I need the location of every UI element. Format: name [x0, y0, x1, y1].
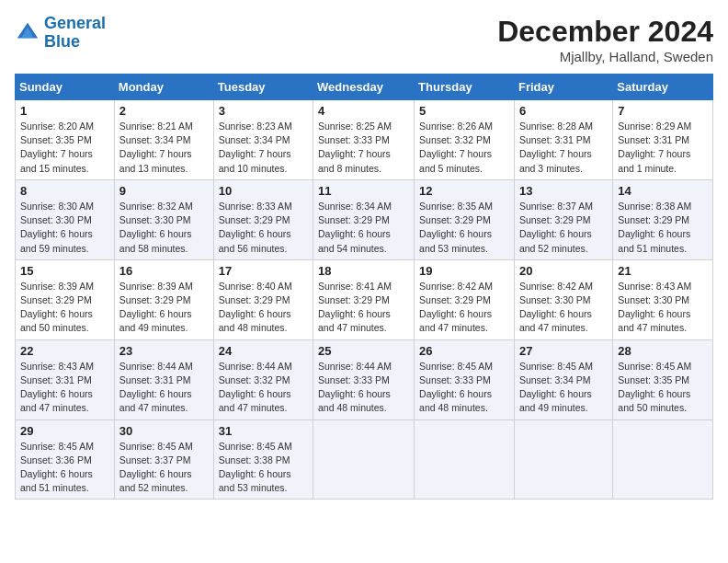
sunrise-label: Sunrise: 8:35 AM — [419, 201, 493, 212]
daylight-label: Daylight: 6 hours and 53 minutes. — [219, 468, 291, 493]
sunset-label: Sunset: 3:29 PM — [419, 294, 491, 305]
day-number: 10 — [219, 184, 308, 198]
day-number: 2 — [119, 104, 209, 118]
sunset-label: Sunset: 3:30 PM — [20, 214, 92, 225]
day-info: Sunrise: 8:37 AM Sunset: 3:29 PM Dayligh… — [519, 200, 608, 256]
calendar-week-row: 29 Sunrise: 8:45 AM Sunset: 3:36 PM Dayl… — [16, 419, 713, 500]
daylight-label: Daylight: 6 hours and 51 minutes. — [618, 228, 690, 253]
calendar-cell: 12 Sunrise: 8:35 AM Sunset: 3:29 PM Dayl… — [415, 179, 515, 259]
day-info: Sunrise: 8:21 AM Sunset: 3:34 PM Dayligh… — [119, 120, 209, 176]
calendar-cell: 6 Sunrise: 8:28 AM Sunset: 3:31 PM Dayli… — [514, 100, 612, 180]
calendar-cell: 9 Sunrise: 8:32 AM Sunset: 3:30 PM Dayli… — [114, 179, 213, 259]
daylight-label: Daylight: 6 hours and 48 minutes. — [318, 388, 391, 413]
sunset-label: Sunset: 3:38 PM — [219, 454, 290, 465]
month-title: December 2024 — [497, 15, 713, 49]
calendar-cell: 11 Sunrise: 8:34 AM Sunset: 3:29 PM Dayl… — [313, 179, 415, 259]
calendar-cell: 25 Sunrise: 8:44 AM Sunset: 3:33 PM Dayl… — [313, 339, 415, 419]
sunrise-label: Sunrise: 8:34 AM — [318, 201, 392, 212]
sunrise-label: Sunrise: 8:45 AM — [618, 361, 691, 372]
title-block: December 2024 Mjallby, Halland, Sweden — [497, 15, 713, 64]
logo-text: GeneralBlue — [44, 15, 106, 52]
day-number: 13 — [519, 184, 608, 198]
sunset-label: Sunset: 3:36 PM — [20, 454, 92, 465]
calendar-cell: 17 Sunrise: 8:40 AM Sunset: 3:29 PM Dayl… — [213, 259, 313, 339]
day-number: 14 — [618, 184, 708, 198]
day-number: 11 — [318, 184, 409, 198]
sunset-label: Sunset: 3:29 PM — [318, 214, 390, 225]
weekday-header: Monday — [114, 75, 213, 100]
daylight-label: Daylight: 6 hours and 48 minutes. — [219, 308, 291, 333]
sunset-label: Sunset: 3:35 PM — [20, 134, 92, 145]
daylight-label: Daylight: 6 hours and 49 minutes. — [519, 388, 592, 413]
sunset-label: Sunset: 3:29 PM — [519, 214, 591, 225]
sunrise-label: Sunrise: 8:42 AM — [419, 281, 493, 292]
day-info: Sunrise: 8:39 AM Sunset: 3:29 PM Dayligh… — [119, 280, 209, 336]
day-number: 19 — [419, 264, 509, 278]
day-info: Sunrise: 8:38 AM Sunset: 3:29 PM Dayligh… — [618, 200, 708, 256]
calendar-cell — [415, 419, 515, 500]
sunrise-label: Sunrise: 8:44 AM — [119, 361, 193, 372]
calendar-week-row: 15 Sunrise: 8:39 AM Sunset: 3:29 PM Dayl… — [16, 259, 713, 339]
sunrise-label: Sunrise: 8:20 AM — [20, 121, 94, 132]
weekday-header: Sunday — [16, 75, 115, 100]
sunset-label: Sunset: 3:34 PM — [519, 374, 591, 385]
daylight-label: Daylight: 6 hours and 53 minutes. — [419, 228, 492, 253]
sunrise-label: Sunrise: 8:43 AM — [618, 281, 691, 292]
sunset-label: Sunset: 3:29 PM — [318, 294, 390, 305]
calendar-cell: 21 Sunrise: 8:43 AM Sunset: 3:30 PM Dayl… — [613, 259, 713, 339]
sunrise-label: Sunrise: 8:45 AM — [20, 441, 94, 452]
day-info: Sunrise: 8:39 AM Sunset: 3:29 PM Dayligh… — [20, 280, 109, 336]
daylight-label: Daylight: 6 hours and 51 minutes. — [20, 468, 93, 493]
day-info: Sunrise: 8:43 AM Sunset: 3:30 PM Dayligh… — [618, 280, 708, 336]
location: Mjallby, Halland, Sweden — [497, 49, 713, 64]
sunrise-label: Sunrise: 8:38 AM — [618, 201, 691, 212]
day-number: 29 — [20, 424, 109, 438]
sunrise-label: Sunrise: 8:39 AM — [119, 281, 193, 292]
day-info: Sunrise: 8:25 AM Sunset: 3:33 PM Dayligh… — [318, 120, 409, 176]
calendar-cell: 19 Sunrise: 8:42 AM Sunset: 3:29 PM Dayl… — [415, 259, 515, 339]
calendar-cell: 5 Sunrise: 8:26 AM Sunset: 3:32 PM Dayli… — [415, 100, 515, 180]
day-number: 18 — [318, 264, 409, 278]
day-info: Sunrise: 8:45 AM Sunset: 3:37 PM Dayligh… — [119, 440, 209, 496]
daylight-label: Daylight: 6 hours and 56 minutes. — [219, 228, 291, 253]
calendar-cell: 18 Sunrise: 8:41 AM Sunset: 3:29 PM Dayl… — [313, 259, 415, 339]
calendar-cell: 16 Sunrise: 8:39 AM Sunset: 3:29 PM Dayl… — [114, 259, 213, 339]
daylight-label: Daylight: 6 hours and 47 minutes. — [419, 308, 492, 333]
day-number: 23 — [119, 344, 209, 358]
daylight-label: Daylight: 6 hours and 54 minutes. — [318, 228, 391, 253]
weekday-header: Saturday — [613, 75, 713, 100]
sunset-label: Sunset: 3:30 PM — [119, 214, 191, 225]
daylight-label: Daylight: 7 hours and 15 minutes. — [20, 148, 93, 173]
day-info: Sunrise: 8:32 AM Sunset: 3:30 PM Dayligh… — [119, 200, 209, 256]
sunrise-label: Sunrise: 8:41 AM — [318, 281, 392, 292]
day-number: 22 — [20, 344, 109, 358]
weekday-header: Thursday — [415, 75, 515, 100]
calendar-week-row: 1 Sunrise: 8:20 AM Sunset: 3:35 PM Dayli… — [16, 100, 713, 180]
sunrise-label: Sunrise: 8:39 AM — [20, 281, 94, 292]
daylight-label: Daylight: 7 hours and 1 minute. — [618, 148, 690, 173]
sunset-label: Sunset: 3:29 PM — [119, 294, 191, 305]
day-number: 31 — [219, 424, 308, 438]
sunset-label: Sunset: 3:30 PM — [618, 294, 689, 305]
day-number: 12 — [419, 184, 509, 198]
sunrise-label: Sunrise: 8:32 AM — [119, 201, 193, 212]
sunset-label: Sunset: 3:34 PM — [119, 134, 191, 145]
sunrise-label: Sunrise: 8:21 AM — [119, 121, 193, 132]
day-number: 6 — [519, 104, 608, 118]
day-number: 9 — [119, 184, 209, 198]
daylight-label: Daylight: 7 hours and 13 minutes. — [119, 148, 192, 173]
calendar-cell: 27 Sunrise: 8:45 AM Sunset: 3:34 PM Dayl… — [514, 339, 612, 419]
sunrise-label: Sunrise: 8:23 AM — [219, 121, 292, 132]
daylight-label: Daylight: 7 hours and 5 minutes. — [419, 148, 492, 173]
day-info: Sunrise: 8:29 AM Sunset: 3:31 PM Dayligh… — [618, 120, 708, 176]
calendar-cell: 1 Sunrise: 8:20 AM Sunset: 3:35 PM Dayli… — [16, 100, 115, 180]
daylight-label: Daylight: 6 hours and 47 minutes. — [20, 388, 93, 413]
calendar-header-row: SundayMondayTuesdayWednesdayThursdayFrid… — [16, 75, 713, 100]
day-info: Sunrise: 8:33 AM Sunset: 3:29 PM Dayligh… — [219, 200, 308, 256]
calendar-cell: 23 Sunrise: 8:44 AM Sunset: 3:31 PM Dayl… — [114, 339, 213, 419]
calendar-cell: 22 Sunrise: 8:43 AM Sunset: 3:31 PM Dayl… — [16, 339, 115, 419]
day-number: 7 — [618, 104, 708, 118]
sunset-label: Sunset: 3:35 PM — [618, 374, 689, 385]
day-number: 20 — [519, 264, 608, 278]
day-number: 16 — [119, 264, 209, 278]
